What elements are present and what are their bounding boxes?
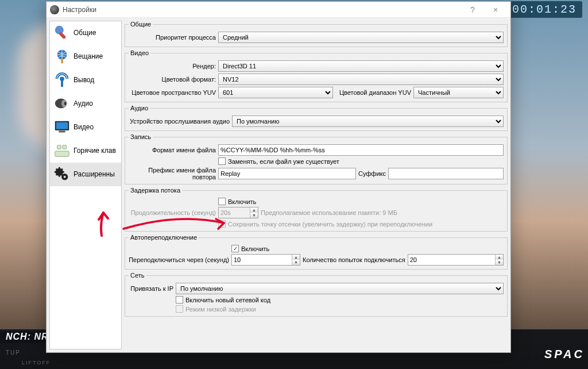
- sidebar-item-output[interactable]: Вывод: [50, 68, 121, 92]
- group-legend: Сеть: [129, 272, 146, 279]
- suffix-label: Суффикс: [358, 170, 386, 177]
- group-network: Сеть Привязать к IP По умолчанию Включит…: [125, 272, 508, 317]
- group-legend: Запись: [129, 133, 153, 140]
- svg-rect-12: [55, 151, 69, 156]
- checkbox-icon: ✓: [218, 220, 226, 228]
- checkbox-label: Заменять, если файл уже существует: [228, 158, 339, 165]
- monitor-label: Устройство прослушивания аудио: [129, 118, 230, 125]
- yuv-space-label: Цветовое пространство YUV: [129, 89, 216, 96]
- sidebar-item-audio[interactable]: Аудио: [50, 92, 121, 116]
- group-legend: Аудио: [129, 105, 150, 112]
- svg-rect-14: [63, 145, 67, 149]
- speaker-icon: [53, 94, 71, 113]
- svg-rect-5: [61, 80, 63, 87]
- bg-text-1: TUP: [6, 349, 21, 356]
- render-label: Рендер:: [129, 63, 216, 70]
- retry-delay-spinbox[interactable]: 10 ▲▼: [231, 254, 300, 266]
- sidebar-item-label: Аудио: [74, 99, 93, 107]
- checkbox-icon[interactable]: [176, 296, 183, 303]
- sidebar: Общие Вещание Вывод Аудио: [49, 21, 122, 349]
- color-format-select[interactable]: NV12: [218, 74, 504, 85]
- group-general: Общие Приоритет процесса Средний: [125, 21, 508, 47]
- group-video: Видео Рендер: Direct3D 11 Цветовой форма…: [125, 49, 508, 102]
- prefix-label: Префикс имени файла повтора: [129, 167, 216, 180]
- prefix-input[interactable]: [218, 168, 356, 179]
- group-audio: Аудио Устройство прослушивания аудио По …: [125, 105, 508, 131]
- svg-point-8: [64, 102, 67, 105]
- sidebar-item-label: Общие: [74, 29, 96, 37]
- svg-point-4: [60, 76, 64, 81]
- color-format-label: Цветовой формат:: [129, 76, 216, 83]
- chevron-down-icon: ▼: [250, 213, 258, 218]
- checkbox-icon[interactable]: [218, 157, 226, 165]
- checkbox-icon[interactable]: [218, 198, 226, 205]
- yuv-range-label: Цветовой диапазон YUV: [335, 89, 411, 96]
- yuv-space-select[interactable]: 601: [218, 87, 333, 98]
- checkbox-label: Включить: [241, 245, 269, 252]
- checkbox-label: Включить: [228, 198, 256, 205]
- retry-delay-label: Переподключиться через (секунд): [129, 256, 229, 263]
- memory-note: Предполагаемое использование памяти: 9 М…: [261, 209, 397, 216]
- keyboard-icon: [53, 141, 71, 160]
- close-button[interactable]: ×: [484, 2, 507, 18]
- priority-select[interactable]: Средний: [218, 32, 504, 43]
- low-latency-checkbox: Режим низкой задержки: [176, 305, 256, 313]
- sidebar-item-advanced[interactable]: Расширенны: [50, 163, 121, 186]
- gears-icon: [53, 165, 71, 183]
- replace-checkbox-row[interactable]: Заменять, если файл уже существует: [218, 157, 339, 165]
- duration-spinbox: 20s ▲▼: [218, 207, 258, 218]
- reconnect-enable-checkbox[interactable]: ✓ Включить: [231, 245, 269, 252]
- sidebar-item-label: Расширенны: [74, 170, 115, 178]
- preserve-cutoff-checkbox: ✓ Сохранить точку отсечки (увеличить зад…: [218, 220, 432, 228]
- sidebar-item-hotkeys[interactable]: Горячие клав: [50, 139, 121, 163]
- settings-content: Общие Приоритет процесса Средний Видео Р…: [125, 21, 508, 349]
- group-stream-delay: Задержка потока Включить Продолжительнос…: [125, 187, 508, 232]
- chevron-up-icon[interactable]: ▲: [292, 255, 300, 260]
- attempts-label: Количество попыток подключиться: [303, 256, 405, 263]
- sidebar-item-label: Вещание: [74, 52, 103, 60]
- broadcast-icon: [53, 71, 71, 89]
- titlebar[interactable]: Настройки ? ×: [47, 2, 510, 18]
- settings-window: Настройки ? × Общие Вещание Вы: [46, 1, 511, 353]
- group-legend: Общие: [129, 21, 153, 28]
- sidebar-item-label: Горячие клав: [74, 147, 116, 155]
- new-netcode-checkbox[interactable]: Включить новый сетевой код: [176, 296, 270, 303]
- chevron-up-icon[interactable]: ▲: [496, 255, 503, 260]
- duration-label: Продолжительность (секунд): [129, 209, 216, 216]
- render-select[interactable]: Direct3D 11: [218, 60, 504, 72]
- svg-rect-3: [61, 59, 63, 63]
- group-recording: Запись Формат имени файла Заменять, если…: [125, 133, 508, 184]
- delay-enable-checkbox[interactable]: Включить: [218, 198, 256, 205]
- sidebar-item-video[interactable]: Видео: [50, 116, 121, 139]
- chevron-down-icon[interactable]: ▼: [496, 260, 503, 265]
- checkbox-label: Режим низкой задержки: [185, 306, 256, 313]
- suffix-input[interactable]: [388, 168, 504, 179]
- priority-label: Приоритет процесса: [129, 34, 216, 41]
- obs-icon: [50, 5, 59, 14]
- checkbox-label: Сохранить точку отсечки (увеличить задер…: [228, 221, 432, 228]
- help-button[interactable]: ?: [461, 2, 484, 18]
- monitor-select[interactable]: По умолчанию: [232, 116, 504, 127]
- group-reconnect: Автопереподключение ✓ Включить Переподкл…: [125, 234, 508, 270]
- sidebar-item-general[interactable]: Общие: [50, 21, 121, 45]
- group-legend: Автопереподключение: [129, 234, 199, 241]
- chevron-down-icon[interactable]: ▼: [292, 260, 300, 265]
- svg-rect-13: [57, 145, 61, 149]
- checkbox-icon: [176, 305, 183, 313]
- sidebar-item-stream[interactable]: Вещание: [50, 45, 121, 68]
- filename-format-input[interactable]: [218, 144, 504, 156]
- bind-select[interactable]: По умолчанию: [176, 283, 504, 294]
- svg-rect-10: [56, 122, 68, 129]
- sidebar-item-label: Вывод: [74, 76, 94, 84]
- group-legend: Видео: [129, 49, 150, 56]
- group-legend: Задержка потока: [129, 187, 182, 194]
- yuv-range-select[interactable]: Частичный: [413, 87, 504, 98]
- svg-point-18: [64, 176, 66, 178]
- attempts-spinbox[interactable]: 20 ▲▼: [408, 254, 504, 266]
- sidebar-item-label: Видео: [74, 123, 94, 131]
- video-timer: 00:01:23: [506, 1, 582, 18]
- checkbox-label: Включить новый сетевой код: [185, 297, 270, 303]
- checkbox-icon[interactable]: ✓: [231, 245, 239, 252]
- brand-partial: SPAC: [544, 348, 585, 361]
- filename-format-label: Формат имени файла: [129, 147, 216, 153]
